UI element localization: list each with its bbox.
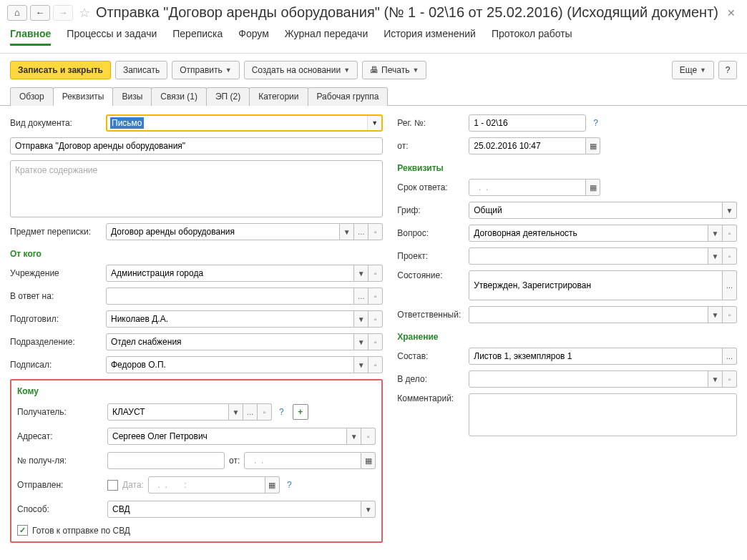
open-icon[interactable]: ▫ [368,265,383,282]
subtab-workgroup[interactable]: Рабочая группа [308,87,389,106]
calendar-icon[interactable] [586,179,600,196]
subject-input[interactable] [106,223,340,240]
ellipsis-icon[interactable]: … [354,223,368,240]
chevron-down-icon[interactable]: ▼ [354,333,368,350]
title-input[interactable] [10,137,383,154]
home-button[interactable]: ⌂ [7,5,27,21]
reply-to-input[interactable] [106,288,354,305]
comment-input[interactable] [469,393,737,436]
add-recipient-button[interactable]: + [293,404,308,420]
composition-input[interactable] [469,348,723,365]
subtab-details[interactable]: Реквизиты [53,87,114,106]
sent-date-input[interactable] [148,476,265,493]
dept-input[interactable] [106,333,354,350]
subtab-categories[interactable]: Категории [249,87,308,106]
close-button[interactable]: ✕ [723,7,740,19]
subtab-overview[interactable]: Обзор [10,87,54,106]
save-button[interactable]: Записать [115,61,167,79]
prepared-input[interactable] [106,310,354,328]
tab-correspondence[interactable]: Переписка [172,28,223,46]
chevron-down-icon[interactable]: ▼ [354,310,368,328]
ellipsis-icon[interactable]: … [354,288,368,305]
open-icon[interactable]: ▫ [368,310,383,328]
chevron-down-icon[interactable]: ▼ [708,247,723,265]
state-input[interactable] [469,270,723,300]
org-input[interactable] [106,265,354,282]
chevron-down-icon[interactable]: ▼ [723,202,737,219]
open-icon[interactable]: ▫ [723,370,737,388]
open-icon[interactable]: ▫ [258,403,272,421]
open-icon[interactable]: ▫ [723,247,737,265]
grif-input[interactable] [469,202,723,219]
recipient-input[interactable] [107,403,229,421]
signed-input[interactable] [106,356,354,373]
help-icon[interactable]: ? [593,118,598,128]
responsible-input[interactable] [469,306,708,323]
help-button[interactable]: ? [718,61,737,79]
project-input[interactable] [469,247,708,265]
short-description-input[interactable] [10,160,383,217]
back-button[interactable]: ← [30,5,50,21]
open-icon[interactable]: ▫ [368,356,383,373]
subtab-visas[interactable]: Визы [112,87,152,106]
chevron-down-icon[interactable]: ▼ [229,403,243,421]
window-toolbar: ⌂ ← → ☆ Отправка "Договор аренды оборудо… [0,0,747,25]
ready-checkbox[interactable]: ✓ [17,525,28,536]
chevron-down-icon: ▼ [412,67,419,74]
addressee-input[interactable] [107,428,347,445]
favorite-icon[interactable]: ☆ [79,5,90,21]
send-button[interactable]: Отправить▼ [172,61,239,79]
help-icon[interactable]: ? [279,407,284,417]
create-based-button[interactable]: Создать на основании▼ [244,61,358,79]
more-button[interactable]: Еще▼ [672,61,714,79]
open-icon[interactable]: ▫ [361,428,376,445]
subtab-links[interactable]: Связи (1) [151,87,207,106]
calendar-icon[interactable] [265,476,280,493]
ellipsis-icon[interactable]: … [243,403,258,421]
ellipsis-icon[interactable]: … [723,348,737,365]
storage-section-title: Хранение [397,332,737,342]
forward-button[interactable]: → [53,5,73,21]
chevron-down-icon[interactable]: ▼ [708,370,723,388]
tab-history[interactable]: История изменений [384,28,476,46]
project-label: Проект: [397,251,464,261]
chevron-down-icon[interactable]: ▼ [354,265,368,282]
method-label: Способ: [17,504,103,514]
tab-transfer-log[interactable]: Журнал передачи [285,28,368,46]
save-close-button[interactable]: Записать и закрыть [10,61,111,79]
chevron-down-icon[interactable]: ▼ [340,223,354,240]
chevron-down-icon[interactable]: ▼ [367,116,381,130]
calendar-icon[interactable] [361,452,376,469]
tab-main[interactable]: Главное [10,28,51,46]
tab-work-protocol[interactable]: Протокол работы [492,28,572,46]
sent-checkbox[interactable] [107,480,118,491]
reply-term-input[interactable] [469,179,586,196]
open-icon[interactable]: ▫ [368,223,383,240]
case-input[interactable] [469,370,708,388]
help-icon[interactable]: ? [287,480,292,490]
tab-processes[interactable]: Процессы и задачи [67,28,157,46]
regno-input[interactable] [469,114,586,132]
tab-forum[interactable]: Форум [238,28,269,46]
ot-date-input[interactable] [469,137,586,154]
open-icon[interactable]: ▫ [723,225,737,242]
recno-date-input[interactable] [244,452,361,469]
chevron-down-icon[interactable]: ▼ [354,356,368,373]
calendar-icon[interactable] [586,137,600,154]
chevron-down-icon[interactable]: ▼ [347,428,361,445]
ellipsis-icon[interactable]: … [723,270,737,300]
open-icon[interactable]: ▫ [368,333,383,350]
chevron-down-icon[interactable]: ▼ [708,306,723,323]
open-icon[interactable]: ▫ [368,288,383,305]
question-input[interactable] [469,225,708,242]
chevron-down-icon[interactable]: ▼ [361,501,376,518]
subtab-ep[interactable]: ЭП (2) [206,87,250,106]
print-button[interactable]: 🖶Печать▼ [362,61,426,79]
method-input[interactable] [107,501,361,518]
doc-type-field[interactable]: Письмо ▼ [106,114,383,132]
chevron-down-icon[interactable]: ▼ [708,225,723,242]
sent-date-label: Дата: [122,480,144,490]
open-icon[interactable]: ▫ [723,306,737,323]
recno-input[interactable] [107,452,225,469]
chevron-down-icon: ▼ [700,67,706,74]
